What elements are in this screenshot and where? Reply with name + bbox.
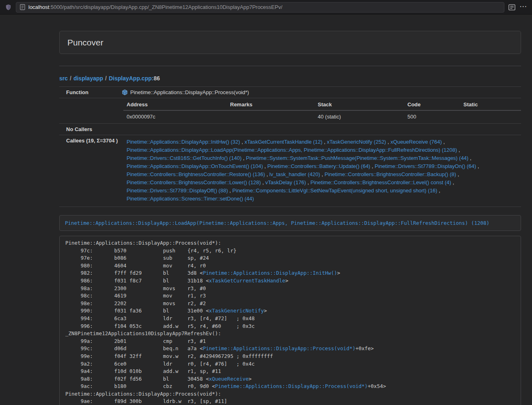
callee-separator: , — [468, 155, 471, 161]
callee-separator: , — [437, 187, 440, 194]
no-callers-label: No Callers — [59, 124, 118, 135]
callee-link[interactable]: xQueueReceive (764) — [390, 139, 442, 145]
column-header-stack: Stack — [314, 99, 404, 110]
callee-link[interactable]: lv_task_handler (420) — [269, 171, 320, 177]
address-value: 0x0000097c — [123, 110, 227, 123]
url-path: :5000/path/src/displayapp/DisplayApp.cpp… — [49, 4, 282, 10]
callee-separator: , — [228, 187, 233, 194]
divider — [59, 66, 521, 66]
callee-separator: , — [476, 163, 479, 169]
shield-extension-button[interactable] — [5, 4, 12, 11]
disassembly: Pinetime::Applications::DisplayApp::Proc… — [59, 236, 521, 405]
callee-separator: , — [370, 163, 375, 169]
disassembly-symbol-link[interactable]: Pinetime::Applications::DisplayApp::Proc… — [215, 383, 368, 389]
reading-list-icon — [508, 4, 515, 11]
breadcrumb-separator: / — [70, 75, 71, 82]
disassembly-symbol-link[interactable]: Pinetime::Applications::DisplayApp::Proc… — [203, 345, 355, 351]
column-header-address: Address — [123, 99, 227, 110]
callee-link[interactable]: Pinetime::System::SystemTask::PushMessag… — [246, 155, 468, 161]
callees-row: Callees (19, Σ=3704 ) Pinetime::Applicat… — [59, 135, 521, 207]
url-text: localhost:5000/path/src/displayapp/Displ… — [28, 4, 282, 10]
app-header: Puncover — [59, 31, 521, 54]
callee-separator: , — [457, 147, 460, 153]
breadcrumb-displayapp-link[interactable]: displayapp — [73, 75, 103, 82]
stats-table: Address Remarks Stack Code Static 0x0000… — [123, 99, 521, 123]
callee-separator: , — [261, 179, 265, 185]
callee-separator: , — [240, 139, 245, 145]
callee-separator: , — [320, 171, 325, 177]
breadcrumb-file-link[interactable]: DisplayApp.cpp: — [109, 75, 153, 82]
callee-link[interactable]: Pinetime::Applications::DisplayApp::Init… — [127, 139, 240, 145]
function-stats-row: Address Remarks Stack Code Static 0x0000… — [59, 98, 521, 124]
callee-link[interactable]: xTaskGetCurrentTaskHandle (12) — [244, 139, 322, 145]
stats-value-row: 0x0000097c 40 (static) 500 — [123, 110, 521, 123]
url-bar[interactable]: localhost:5000/path/src/displayapp/Displ… — [16, 2, 504, 13]
function-name: Pinetime::Applications::DisplayApp::Proc… — [130, 89, 249, 95]
url-host: localhost — [28, 4, 49, 10]
callee-link[interactable]: Pinetime::Drivers::St7789::DisplayOff() … — [127, 187, 228, 194]
callee-link[interactable]: Pinetime::Applications::DisplayApp::OnTo… — [127, 163, 263, 169]
page-icon — [20, 4, 25, 10]
no-callers-row: No Callers — [59, 124, 521, 135]
callees-label: Callees (19, Σ=3704 ) — [59, 135, 118, 207]
callee-separator: , — [386, 139, 390, 145]
callee-link[interactable]: Pinetime::Controllers::BrightnessControl… — [325, 171, 456, 177]
shield-icon — [5, 4, 12, 11]
callee-link[interactable]: xTaskGenericNotify (252) — [327, 139, 386, 145]
breadcrumb-src-link[interactable]: src — [59, 75, 68, 82]
callee-separator: , — [265, 171, 269, 177]
breadcrumb: src/displayapp/DisplayApp.cpp:86 — [59, 75, 521, 82]
callee-separator: , — [456, 171, 459, 177]
page-content: Puncover src/displayapp/DisplayApp.cpp:8… — [59, 31, 521, 405]
callee-link[interactable]: Pinetime::Controllers::BrightnessControl… — [310, 179, 451, 185]
breadcrumb-separator: / — [105, 75, 107, 82]
callee-link[interactable]: Pinetime::Drivers::St7789::DisplayOn() (… — [375, 163, 476, 169]
callee-link[interactable]: Pinetime::Applications::Screens::Timer::… — [127, 196, 254, 202]
callee-separator: , — [323, 139, 327, 145]
page-title: Puncover — [67, 38, 103, 47]
callee-link[interactable]: Pinetime::Controllers::BrightnessControl… — [127, 179, 261, 185]
callee-link[interactable]: Pinetime::Drivers::Cst816S::GetTouchInfo… — [127, 155, 241, 161]
function-details-table: Function Pinetime::Applications::Display… — [59, 86, 521, 207]
largest-callee-panel: Pinetime::Applications::DisplayApp::Load… — [59, 215, 521, 231]
function-icon — [122, 89, 128, 95]
disassembly-symbol-link[interactable]: xQueueReceive — [209, 376, 249, 382]
callee-link[interactable]: Pinetime::Components::LittleVgl::SetNewT… — [233, 187, 437, 194]
callee-separator: , — [306, 179, 310, 185]
browser-toolbar: localhost:5000/path/src/displayapp/Displ… — [0, 0, 532, 15]
disassembly-symbol-link[interactable]: xTaskGenericNotify — [209, 308, 264, 314]
browser-menu-button[interactable]: ⋯ — [519, 2, 527, 12]
static-value — [460, 110, 521, 123]
column-header-code: Code — [404, 99, 460, 110]
callees-list: Pinetime::Applications::DisplayApp::Init… — [118, 135, 521, 207]
remarks-value — [227, 110, 314, 123]
reading-list-button[interactable] — [508, 4, 515, 11]
callee-separator: , — [241, 155, 246, 161]
function-row: Function Pinetime::Applications::Display… — [59, 87, 521, 98]
stack-value: 40 (static) — [314, 110, 404, 123]
column-header-remarks: Remarks — [227, 99, 314, 110]
largest-callee-link[interactable]: Pinetime::Applications::DisplayApp::Load… — [65, 220, 489, 226]
callee-link[interactable]: Pinetime::Controllers::Battery::Update()… — [267, 163, 370, 169]
disassembly-symbol-link[interactable]: Pinetime::Applications::DisplayApp::Init… — [203, 270, 337, 276]
breadcrumb-line-number: 86 — [153, 75, 160, 82]
callee-separator: , — [451, 179, 454, 185]
code-value: 500 — [404, 110, 460, 123]
callee-separator: , — [442, 139, 445, 145]
callee-link[interactable]: Pinetime::Controllers::BrightnessControl… — [127, 171, 265, 177]
callee-separator: , — [263, 163, 267, 169]
function-row-label: Function — [59, 87, 118, 98]
column-header-static: Static — [460, 99, 521, 110]
callee-link[interactable]: vTaskDelay (176) — [265, 179, 306, 185]
disassembly-symbol-link[interactable]: xTaskGetCurrentTaskHandle — [209, 278, 285, 284]
callee-link[interactable]: Pinetime::Applications::DisplayApp::Load… — [127, 147, 457, 153]
